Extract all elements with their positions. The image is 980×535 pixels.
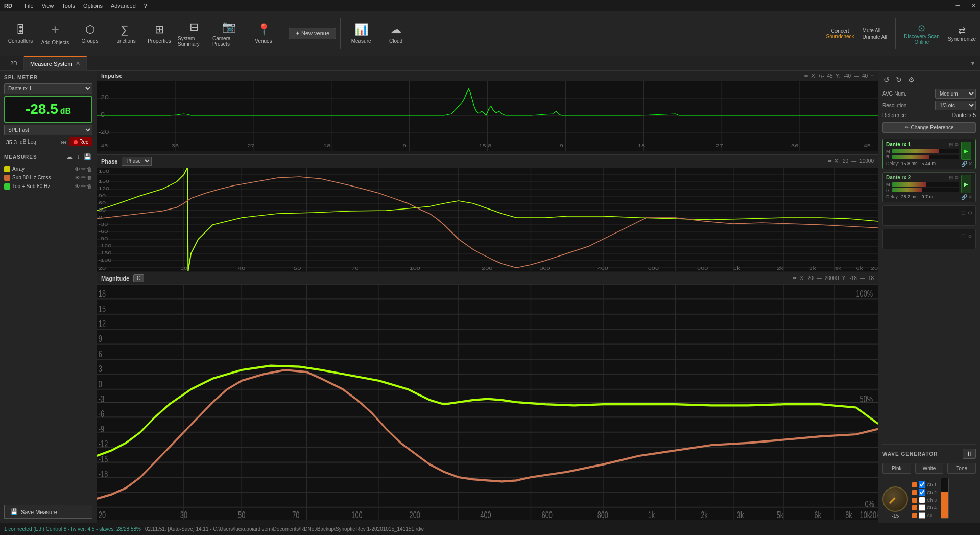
measure-eye-btn-array[interactable]: 👁: [75, 166, 80, 172]
tab-2d[interactable]: 2D: [4, 56, 24, 71]
phase-edit-icon[interactable]: ✏: [828, 158, 832, 164]
discovery-scan-btn[interactable]: ⊙ Discovery Scan Online: [904, 22, 940, 45]
empty-card-3: ☐ ⚙: [882, 205, 976, 226]
minimize-btn[interactable]: ─: [956, 2, 960, 9]
input-card-2-link-icon[interactable]: ⊞: [949, 175, 953, 180]
vol-bar[interactable]: [941, 478, 949, 519]
refresh-btn[interactable]: ↻: [895, 75, 903, 85]
impulse-x-label: X: +/-: [811, 73, 824, 79]
menu-item-options[interactable]: Options: [83, 3, 103, 9]
tone-btn[interactable]: Tone: [947, 463, 976, 474]
maximize-btn[interactable]: □: [964, 2, 967, 9]
all-checkbox[interactable]: [919, 512, 925, 519]
synchronize-btn[interactable]: ⇄ Synchronize: [948, 25, 976, 42]
measures-header: MEASURES ☁ ↓ 💾: [4, 152, 92, 161]
input-card-1-play-btn[interactable]: ▶: [961, 142, 971, 160]
save-measure-btn[interactable]: 💾 Save Measure: [4, 505, 92, 519]
properties-btn[interactable]: ⊞ Properties: [143, 13, 176, 54]
input-card-1-chain-btn[interactable]: 🔗: [961, 161, 967, 167]
cloud-btn[interactable]: ☁ Cloud: [379, 13, 412, 54]
menu-item-view[interactable]: View: [42, 3, 54, 9]
magnitude-axis-info: ✏ X: 20 — 20000 Y: -18 — 18: [793, 275, 874, 281]
controllers-btn[interactable]: 🎛 Controllers: [4, 13, 37, 54]
svg-text:-12: -12: [99, 438, 108, 449]
impulse-y-dash: —: [854, 73, 859, 79]
add-objects-btn[interactable]: + Add Objects: [39, 13, 71, 54]
input-card-1-close-btn[interactable]: ✕: [968, 161, 972, 167]
impulse-settings-icon[interactable]: ≡: [871, 73, 874, 79]
phase-display-select[interactable]: Phase: [122, 157, 152, 166]
mute-group: Mute All Unmute All: [863, 28, 887, 40]
measure-actions-topsub80hz: 👁 ✏ 🗑: [75, 183, 92, 190]
input-card-2-settings-icon[interactable]: ⚙: [954, 175, 959, 180]
measures-upload-btn[interactable]: ☁: [65, 152, 74, 161]
menu-item-help[interactable]: ?: [144, 3, 147, 9]
rec-btn[interactable]: Rec: [69, 137, 92, 146]
measure-eye-btn-topsub80hz[interactable]: 👁: [75, 183, 80, 190]
mute-all-label[interactable]: Mute All: [863, 28, 887, 33]
impulse-svg: 20 0 -20 -45 -36 -27 -18 -9 15.8 9 18 27…: [97, 81, 878, 151]
measure-btn[interactable]: 📊 Measure: [345, 13, 377, 54]
magnitude-chart-body[interactable]: 18 15 12 9 6 3 0 -3 -6 -9 -12 -15 -18 10…: [97, 284, 878, 520]
ch3-color: [912, 498, 917, 503]
input-card-1-link-icon[interactable]: ⊞: [949, 142, 953, 147]
tab-close-icon[interactable]: ✕: [76, 60, 80, 67]
phase-chart-body[interactable]: 180 150 120 90 60 30 0 -30 -60 -90 -120 …: [97, 168, 878, 271]
unmute-all-label[interactable]: Unmute All: [863, 34, 887, 40]
undo-btn[interactable]: ↺: [882, 75, 891, 85]
measures-save-btn[interactable]: 💾: [83, 152, 92, 161]
ch4-checkbox[interactable]: [919, 504, 925, 511]
svg-text:100: 100: [410, 266, 420, 271]
resolution-select[interactable]: 1/3 otc: [935, 101, 976, 110]
pink-noise-btn[interactable]: Pink: [882, 463, 911, 474]
status-bar: 1 connected (Eth) Control 8 - fw ver: 4.…: [0, 523, 980, 535]
functions-btn[interactable]: ∑ Functions: [108, 13, 141, 54]
magnitude-edit-icon[interactable]: ✏: [793, 275, 797, 281]
change-reference-btn[interactable]: ✏ Change Reference: [882, 122, 976, 133]
avg-num-select[interactable]: Medium: [935, 89, 976, 99]
groups-btn[interactable]: ⬡ Groups: [74, 13, 106, 54]
measure-edit-btn-sub80hz[interactable]: ✏: [81, 174, 86, 181]
measure-eye-btn-sub80hz[interactable]: 👁: [75, 174, 80, 181]
measure-delete-btn-sub80hz[interactable]: 🗑: [87, 174, 92, 181]
menu-item-file[interactable]: File: [25, 3, 34, 9]
collapse-btn[interactable]: ▼: [970, 60, 976, 67]
menu-item-advanced[interactable]: Advanced: [111, 3, 136, 9]
system-summary-icon: ⊟: [189, 20, 199, 34]
magnitude-c-btn[interactable]: C: [133, 274, 144, 282]
input-card-2-close-btn[interactable]: ✕: [968, 194, 972, 200]
measure-edit-btn-topsub80hz[interactable]: ✏: [81, 183, 86, 190]
impulse-chart-body[interactable]: 20 0 -20 -45 -36 -27 -18 -9 15.8 9 18 27…: [97, 81, 878, 151]
camera-presets-btn[interactable]: 📷 Camera Presets: [212, 13, 245, 54]
new-venue-btn[interactable]: ✦ New venue: [289, 28, 336, 39]
magnitude-y-min: -18: [849, 275, 856, 281]
input-card-2-chain-btn[interactable]: 🔗: [961, 194, 967, 200]
white-noise-btn[interactable]: White: [915, 463, 944, 474]
menu-item-tools[interactable]: Tools: [62, 3, 75, 9]
input-card-2-bottom-btns: 🔗 ✕: [961, 194, 972, 200]
spl-source-select[interactable]: Dante rx 1: [4, 83, 92, 94]
measure-delete-btn-array[interactable]: 🗑: [87, 166, 92, 172]
level-knob[interactable]: [882, 486, 908, 512]
settings-btn[interactable]: ⚙: [907, 75, 916, 85]
system-summary-btn[interactable]: ⊟ System Summary: [178, 13, 210, 54]
tab-measure-system[interactable]: Measure System ✕: [24, 56, 87, 71]
wave-gen-pause-btn[interactable]: ⏸: [963, 449, 976, 459]
close-btn[interactable]: ✕: [971, 2, 976, 9]
input-card-1-settings-icon[interactable]: ⚙: [954, 142, 959, 147]
magnitude-svg: 18 15 12 9 6 3 0 -3 -6 -9 -12 -15 -18 10…: [97, 284, 878, 520]
spl-unit: dB: [60, 107, 71, 116]
ch2-checkbox[interactable]: [919, 489, 925, 496]
svg-text:6: 6: [99, 348, 102, 359]
measures-download-btn[interactable]: ↓: [76, 152, 81, 161]
venues-btn[interactable]: 📍 Venues: [247, 13, 280, 54]
ch3-checkbox[interactable]: [919, 497, 925, 503]
magnitude-chart-title: Magnitude: [101, 275, 129, 282]
impulse-edit-icon[interactable]: ✏: [804, 73, 808, 79]
measure-edit-btn-array[interactable]: ✏: [81, 166, 86, 172]
input-card-2-play-btn[interactable]: ▶: [961, 175, 971, 193]
spl-mode-select[interactable]: SPL Fast: [4, 125, 92, 135]
history-icon[interactable]: ⏮: [61, 139, 66, 145]
measure-delete-btn-topsub80hz[interactable]: 🗑: [87, 183, 92, 190]
ch1-checkbox[interactable]: [919, 481, 925, 488]
